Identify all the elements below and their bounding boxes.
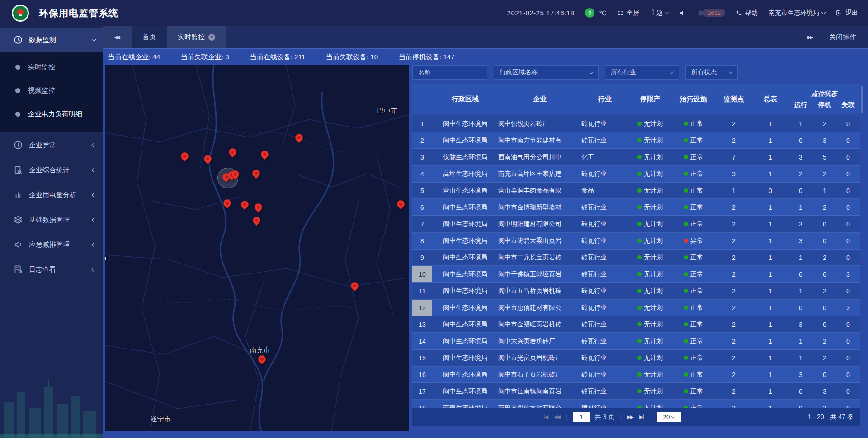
cell-company: 营山县润丰肉食品有限 [498, 183, 581, 198]
close-icon[interactable]: × [208, 34, 215, 41]
cell-production-status: 无计划 [628, 199, 672, 215]
sidebar-item-1[interactable]: 企业异常 [0, 133, 103, 157]
stat-item-4: 当前停机设备: 147 [399, 53, 454, 61]
chevron-left-icon [92, 242, 96, 247]
sidebar-subitem-1[interactable]: 视频监控 [0, 79, 103, 102]
cell-points: 2 [715, 233, 752, 249]
cell-production-status: 无计划 [628, 233, 672, 249]
cell-points: 2 [715, 199, 752, 215]
sidebar-item-6[interactable]: 日志查看 [0, 258, 103, 281]
sound-button[interactable] [679, 10, 686, 16]
tabs-scroll-right-button[interactable]: ▶▶ [807, 34, 814, 40]
table-body: 1阆中生态环境局阆中强锐页岩砖厂砖瓦行业无计划正常211202阆中生态环境局阆中… [412, 116, 860, 408]
table-row[interactable]: 11阆中生态环境局阆中市五马桥页岩机砖砖瓦行业无计划正常21120 [412, 283, 860, 300]
map-roads [105, 65, 409, 431]
sidebar-item-2[interactable]: 企业综合统计 [0, 158, 103, 182]
production-label: 无计划 [644, 254, 663, 262]
table-row[interactable]: 7阆中生态环境局阆中明阳建材有限公司砖瓦行业无计划正常21300 [412, 216, 860, 233]
sidebar-item-3[interactable]: 企业用电量分析 [0, 183, 103, 207]
table-row[interactable]: 5营山生态环境局营山县润丰肉食品有限食品无计划正常10010 [412, 183, 860, 199]
cell-run: 1 [788, 199, 813, 215]
table-row[interactable]: 18南部生态环境局南部县双佛水泥有限公建材行业无计划正常21030 [412, 400, 860, 408]
table-row[interactable]: 16阆中生态环境局阆中市石子页岩机砖厂砖瓦行业无计划正常21300 [412, 367, 860, 383]
sidebar-subitem-2[interactable]: 企业电力负荷明细 [0, 102, 103, 126]
app-logo [12, 5, 29, 22]
sidebar-item-0[interactable]: 数据监测 [0, 28, 103, 52]
cell-region: 阆中生态环境局 [432, 316, 498, 332]
status-dot-green [637, 138, 642, 142]
cell-company: 阆中强锐页岩砖厂 [498, 116, 581, 132]
total-pages-label: 共 3 页 [595, 413, 615, 421]
table-row[interactable]: 15阆中生态环境局阆中市光富页岩机砖厂砖瓦行业无计划正常21120 [412, 350, 860, 367]
cell-region: 阆中生态环境局 [432, 233, 498, 249]
theme-dropdown[interactable]: 主题 [650, 9, 669, 17]
cell-row-number: 15 [412, 350, 432, 366]
region-filter-select[interactable]: 行政区域名称 [494, 65, 599, 80]
sidebar: 数据监测实时监控视频监控企业电力负荷明细企业异常企业综合统计企业用电量分析基础数… [0, 26, 103, 438]
facility-label: 正常 [690, 387, 703, 396]
cell-points: 2 [715, 116, 752, 132]
sidebar-subitem-0[interactable]: 实时监控 [0, 55, 103, 79]
cell-industry: 砖瓦行业 [581, 350, 628, 366]
tab-0[interactable]: 首页 [132, 26, 167, 48]
main-content: 当前在线企业: 44当前失联企业: 3当前在线设备: 211当前失联设备: 10… [103, 49, 868, 438]
status-filter-select[interactable]: 所有状态 [685, 65, 738, 80]
table-row[interactable]: 13阆中生态环境局阆中市金福旺页岩机砖砖瓦行业无计划正常21300 [412, 316, 860, 333]
cell-region: 阆中生态环境局 [432, 283, 498, 299]
temperature-badge: 0 [585, 8, 594, 18]
cell-row-number: 4 [412, 166, 432, 182]
cell-meters: 1 [752, 300, 788, 316]
last-page-button[interactable]: ▶∣ [639, 414, 645, 420]
sidebar-item-label: 企业异常 [29, 141, 92, 150]
scrollbar-thumb[interactable] [861, 86, 863, 113]
help-button[interactable]: 帮助 [736, 9, 758, 17]
table-row[interactable]: 10阆中生态环境局阆中千佛镇五郎垭页岩砖瓦行业无计划正常21003 [412, 266, 860, 283]
page-number-input[interactable] [573, 412, 590, 422]
table-row[interactable]: 9阆中生态环境局阆中市二龙长宝页岩砖砖瓦行业无计划正常21120 [412, 250, 860, 266]
notifications[interactable]: 2632 [697, 9, 725, 17]
cell-company: 西南油气田分公司川中 [498, 149, 581, 165]
industry-filter-select[interactable]: 所有行业 [605, 65, 679, 80]
cell-stop: 0 [813, 316, 836, 332]
table-row[interactable]: 2阆中生态环境局阆中市南方节能建材有砖瓦行业无计划正常21030 [412, 132, 860, 149]
table-row[interactable]: 1阆中生态环境局阆中强锐页岩砖厂砖瓦行业无计划正常21120 [412, 116, 860, 132]
table-row[interactable]: 17阆中生态环境局阆中市江南镇阆南页岩砖瓦行业无计划正常21030 [412, 383, 860, 400]
first-page-button[interactable]: ∣◀ [543, 414, 548, 420]
logout-button[interactable]: 退出 [836, 9, 858, 17]
table-row[interactable]: 3仪陇生态环境局西南油气田分公司川中化工无计划正常71350 [412, 149, 860, 166]
name-filter-input[interactable] [418, 69, 481, 76]
page-size-select[interactable]: 20 [657, 412, 681, 422]
cell-company: 阆中市光富页岩机砖厂 [498, 350, 581, 366]
table-row[interactable]: 8阆中生态环境局阆中市枣碧大梁山页岩砖瓦行业无计划异常21300 [412, 233, 860, 250]
close-operations-button[interactable]: 关闭操作 [829, 33, 856, 42]
cityscape-decoration [0, 370, 103, 438]
prev-page-button[interactable]: ◀◀ [554, 414, 561, 420]
cell-facility-status: 正常 [672, 216, 715, 232]
cell-run: 0 [788, 383, 813, 399]
fullscreen-button[interactable]: 全屏 [617, 9, 639, 17]
cell-stop: 0 [813, 216, 836, 232]
cell-industry: 砖瓦行业 [581, 383, 628, 399]
tab-1[interactable]: 实时监控× [167, 26, 226, 48]
cell-region: 仪陇生态环境局 [432, 149, 498, 165]
status-dot-green [637, 272, 642, 276]
sub-column-header-2: 失联 [836, 99, 860, 114]
map-canvas[interactable]: 巴中市南充市遂宁市 ◀ [105, 65, 409, 431]
chevron-down-icon [671, 414, 675, 418]
cell-stop: 5 [813, 149, 836, 165]
sidebar-item-4[interactable]: 基础数据管理 [0, 208, 103, 231]
production-label: 无计划 [644, 120, 663, 128]
table-row[interactable]: 6阆中生态环境局阆中市金博瑞新型墙材砖瓦行业无计划正常21120 [412, 199, 860, 216]
table-row[interactable]: 4高坪生态环境局南充市高坪区王家店建砖瓦行业无计划正常31220 [412, 166, 860, 183]
cell-stop: 3 [813, 132, 836, 148]
sidebar-item-5[interactable]: 应急减排管理 [0, 233, 103, 256]
next-page-button[interactable]: ▶▶ [627, 414, 634, 420]
table-row[interactable]: 14阆中生态环境局阆中大兴页岩机砖厂砖瓦行业无计划正常21120 [412, 333, 860, 350]
tabs-scroll-left-button[interactable]: ◀◀ [103, 26, 132, 48]
status-dot-green [637, 339, 642, 343]
cell-run: 0 [788, 132, 813, 148]
table-row[interactable]: 12阆中生态环境局阆中市忠信建材有限公砖瓦行业无计划正常21003 [412, 300, 860, 316]
cell-stop: 0 [813, 367, 836, 382]
org-dropdown[interactable]: 南充市生态环境局 [769, 9, 825, 17]
status-dot-red [684, 239, 688, 243]
